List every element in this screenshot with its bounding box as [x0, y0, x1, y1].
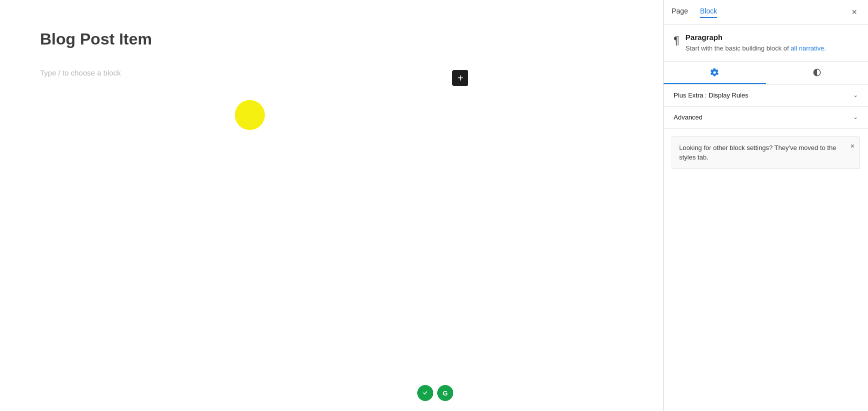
post-title: Blog Post Item: [40, 30, 410, 48]
accordion-display-rules: Plus Extra : Display Rules ⌄: [664, 84, 868, 106]
grammarly-icon[interactable]: [417, 385, 433, 401]
block-description: Start with the basic building block of a…: [686, 44, 826, 54]
add-block-button[interactable]: +: [452, 70, 468, 86]
notice-box: Looking for other block settings? They'v…: [672, 136, 860, 169]
block-name: Paragraph: [686, 33, 826, 42]
sidebar-close-button[interactable]: ×: [849, 6, 860, 18]
tab-block[interactable]: Block: [700, 7, 717, 18]
accordion-display-rules-header[interactable]: Plus Extra : Display Rules ⌄: [664, 84, 868, 106]
editor-content: Blog Post Item Type / to choose a block: [0, 0, 450, 107]
block-info-header: ¶ Paragraph Start with the basic buildin…: [674, 33, 858, 54]
settings-gear-icon: [710, 68, 719, 77]
accordion-advanced: Advanced ⌄: [664, 106, 868, 128]
sidebar-header: Page Block ×: [664, 0, 868, 25]
paragraph-icon: ¶: [674, 34, 680, 47]
accordion-advanced-header[interactable]: Advanced ⌄: [664, 106, 868, 128]
bottom-icons-bar: G: [417, 385, 453, 401]
block-info-section: ¶ Paragraph Start with the basic buildin…: [664, 25, 868, 62]
tab-page[interactable]: Page: [672, 7, 688, 18]
notice-close-button[interactable]: ×: [851, 142, 855, 150]
yellow-circle-decoration: [235, 100, 265, 130]
notice-text: Looking for other block settings? They'v…: [679, 144, 836, 162]
contrast-icon: [813, 68, 822, 77]
editor-area: Blog Post Item Type / to choose a block …: [0, 0, 663, 411]
advanced-label: Advanced: [674, 114, 703, 121]
block-desc-link[interactable]: all narrative.: [791, 44, 826, 52]
block-placeholder: Type / to choose a block: [40, 68, 410, 77]
sidebar: Page Block × ¶ Paragraph Start with the …: [663, 0, 868, 411]
advanced-chevron: ⌄: [853, 114, 858, 120]
display-rules-label: Plus Extra : Display Rules: [674, 92, 749, 99]
g2-icon[interactable]: G: [437, 385, 453, 401]
icon-tab-settings[interactable]: [664, 62, 766, 84]
display-rules-chevron: ⌄: [853, 92, 858, 98]
icon-tabs-bar: [664, 62, 868, 84]
sidebar-tabs: Page Block: [672, 7, 717, 18]
block-info-text: Paragraph Start with the basic building …: [686, 33, 826, 54]
icon-tab-contrast[interactable]: [766, 62, 868, 84]
